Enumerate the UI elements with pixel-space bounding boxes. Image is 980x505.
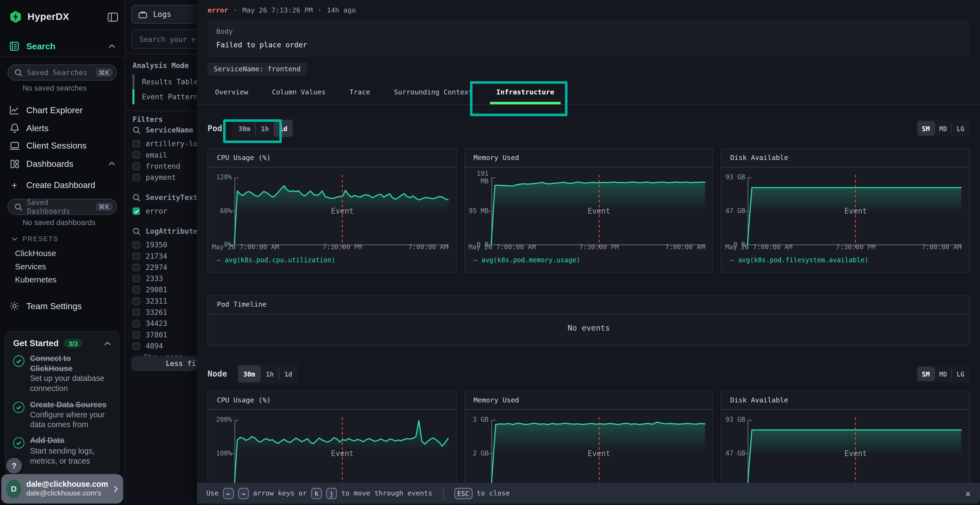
avatar: D — [6, 480, 21, 498]
sidebar-item-label: Alerts — [26, 123, 48, 133]
checkbox[interactable] — [132, 308, 140, 316]
get-started-item[interactable]: Connect to ClickHouseSet up your databas… — [13, 354, 111, 394]
no-events-text: No events — [208, 323, 969, 332]
checkbox[interactable] — [132, 162, 140, 170]
user-menu[interactable]: D dale@clickhouse.com dale@clickhouse.co… — [2, 474, 123, 503]
tab-trace[interactable]: Trace — [342, 83, 377, 104]
checkbox[interactable] — [132, 331, 140, 339]
node-size-sm[interactable]: SM — [917, 367, 934, 381]
node-range-1d[interactable]: 1d — [279, 365, 297, 382]
checkbox[interactable] — [132, 342, 140, 350]
checkbox[interactable] — [132, 241, 140, 249]
laptop-icon — [9, 141, 20, 150]
body-label: Body — [216, 27, 961, 36]
get-started-item[interactable]: Add DataStart sending logs, metrics, or … — [13, 436, 111, 466]
sidebar-item-team-settings[interactable]: Team Settings — [0, 297, 124, 315]
event-details-panel: error · May 26 7:13:26 PM · 14h ago Body… — [197, 0, 980, 505]
sidebar: HyperDX Search Saved Searches ⌘K No save… — [0, 0, 125, 505]
bell-icon — [9, 123, 20, 133]
event-marker-label: Event — [845, 207, 867, 216]
sidebar-item-client-sessions[interactable]: Client Sessions — [0, 137, 124, 154]
checkbox[interactable] — [132, 286, 140, 294]
divider — [0, 56, 124, 57]
preset-kubernetes[interactable]: Kubernetes — [15, 275, 57, 284]
y-tick-label: 60% — [208, 208, 232, 215]
sidebar-item-dashboards[interactable]: Dashboards — [0, 155, 124, 172]
node-range-30m[interactable]: 30m — [238, 365, 260, 382]
node-range-1h[interactable]: 1h — [261, 365, 279, 382]
saved-dashboards-input[interactable]: Saved Dashboards ⌘K — [8, 199, 117, 215]
pod-size-sm[interactable]: SM — [917, 121, 934, 135]
chart-title: Memory Used — [465, 391, 713, 410]
checkbox[interactable] — [132, 297, 140, 305]
get-started-item-title: Connect to ClickHouse — [30, 354, 111, 374]
chart-title: Memory Used — [465, 149, 713, 167]
keyboard-hint-bar: Use ← → arrow keys or k j to move throug… — [197, 483, 980, 504]
node-section-header: Node 30m1h1d SMMDLG — [207, 364, 970, 384]
x-tick-label: 7:30:00 PM — [323, 243, 362, 251]
create-dashboard-button[interactable]: + Create Dashboard — [0, 178, 124, 192]
saved-searches-placeholder: Saved Searches — [27, 68, 91, 77]
logo-row: HyperDX — [9, 9, 118, 25]
tab-overview[interactable]: Overview — [207, 83, 256, 104]
pod-size-lg[interactable]: LG — [952, 121, 969, 135]
tab-column-values[interactable]: Column Values — [264, 83, 333, 104]
logs-source-icon — [138, 10, 147, 19]
node-size-toggle: SMMDLG — [916, 365, 970, 382]
chevron-up-icon[interactable] — [108, 44, 116, 49]
event-ago: 14h ago — [327, 6, 356, 14]
chevron-up-icon[interactable] — [108, 161, 116, 166]
chart-legend: — avg(k8s.pod.filesystem.available) — [730, 256, 869, 264]
presets-toggle[interactable]: PRESETS — [11, 235, 58, 243]
sidebar-item-chart-explorer[interactable]: Chart Explorer — [0, 101, 124, 119]
analysis-mode-results-table[interactable]: Results Table — [132, 74, 202, 89]
tab-surrounding-context[interactable]: Surrounding Context — [386, 83, 480, 104]
separator: · — [318, 6, 322, 14]
user-org: dale@clickhouse.com's — [26, 489, 108, 498]
tab-infrastructure[interactable]: Infrastructure — [489, 83, 562, 104]
filters-label: Filters — [132, 115, 163, 124]
saved-searches-input[interactable]: Saved Searches ⌘K — [8, 64, 117, 81]
sidebar-item-alerts[interactable]: Alerts — [0, 119, 124, 137]
checkbox[interactable] — [132, 207, 140, 215]
checkbox[interactable] — [132, 140, 140, 148]
pod-range-toggle: 30m1h1d — [232, 119, 294, 138]
search-icon — [132, 227, 141, 235]
pod-range-30m[interactable]: 30m — [233, 120, 255, 137]
presets-label: PRESETS — [22, 235, 59, 243]
checkbox[interactable] — [132, 275, 140, 283]
get-started-item-desc: Configure where your data comes from — [30, 411, 111, 430]
event-marker-label: Event — [845, 449, 867, 458]
get-started-item[interactable]: Create Data SourcesConfigure where your … — [13, 400, 111, 430]
y-tick-label: 47 GB — [721, 208, 745, 215]
collapse-sidebar-icon[interactable] — [108, 12, 118, 22]
search-icon — [132, 194, 141, 202]
node-size-lg[interactable]: LG — [952, 367, 969, 381]
help-button[interactable]: ? — [6, 458, 22, 473]
pod-size-md[interactable]: MD — [935, 121, 951, 135]
preset-services[interactable]: Services — [15, 262, 46, 271]
pod-range-1h[interactable]: 1h — [256, 120, 274, 137]
node-size-md[interactable]: MD — [935, 367, 951, 381]
chart-explorer-icon — [9, 105, 20, 115]
checkbox[interactable] — [132, 320, 140, 327]
pod-memory-chart: Memory Used191 MB95 MB0 BEventMay 26 7:0… — [464, 148, 713, 273]
sidebar-item-label: Team Settings — [26, 301, 82, 311]
checkbox[interactable] — [132, 264, 140, 271]
source-label: Logs — [153, 10, 171, 19]
pod-cpu-chart: CPU Usage (%)120%60%0%EventMay 26 7:00:0… — [207, 148, 457, 273]
analysis-mode-event-patterns[interactable]: Event Patterns — [132, 89, 202, 104]
chevron-up-icon[interactable] — [104, 341, 111, 346]
sidebar-item-label: Dashboards — [26, 159, 73, 169]
y-tick-label: 93 GB — [721, 416, 745, 424]
checkbox[interactable] — [132, 151, 140, 159]
search-icon — [132, 126, 141, 134]
close-icon[interactable]: ✕ — [965, 488, 970, 499]
checkbox[interactable] — [132, 173, 140, 181]
preset-clickhouse[interactable]: ClickHouse — [15, 249, 56, 258]
checkbox[interactable] — [132, 252, 140, 260]
pod-range-1d[interactable]: 1d — [274, 120, 293, 137]
y-tick-label: 191 MB — [465, 170, 488, 185]
service-name-tag[interactable]: ServiceName: frontend — [207, 63, 307, 76]
sidebar-item-search[interactable]: Search — [0, 38, 124, 55]
